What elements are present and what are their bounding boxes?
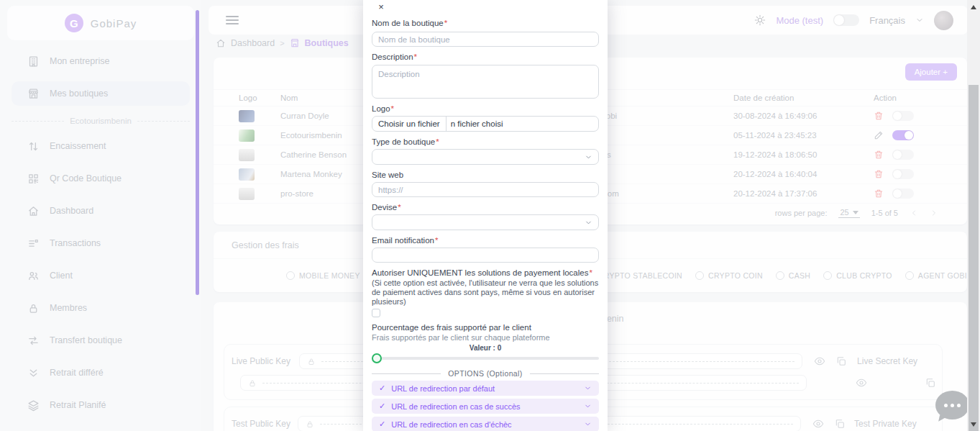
slider-track[interactable] (372, 357, 599, 360)
name-input[interactable] (372, 32, 599, 47)
vertical-scrollbar[interactable] (967, 0, 980, 431)
chevron-down-icon (585, 153, 592, 161)
options-divider: OPTIONS (Optional) (372, 369, 599, 378)
site-field-label: Site web (372, 171, 599, 179)
chevron-down-icon (585, 219, 592, 227)
type-field-label: Type de boutique* (372, 137, 599, 146)
create-boutique-modal: × Nom de la boutique* Description* Logo*… (363, 0, 608, 431)
check-icon: ✓ (379, 419, 385, 429)
logo-file-input[interactable]: Choisir un fichier n fichier choisi (372, 116, 599, 132)
description-textarea[interactable] (372, 65, 599, 99)
chat-bubble-icon (935, 391, 969, 419)
required-asterisk: * (391, 104, 394, 113)
name-field-label: Nom de la boutique* (372, 19, 599, 27)
client-fees-hint: Frais supportés par le client sur chaque… (372, 333, 599, 342)
accordion-redirect-failure[interactable]: ✓ URL de redirection en cas d'échèc (372, 417, 599, 431)
devise-field-label: Devise* (372, 203, 599, 212)
required-asterisk: * (435, 236, 438, 245)
close-icon[interactable]: × (376, 2, 386, 12)
email-notification-input[interactable] (372, 248, 599, 263)
local-only-label: Autoriser UNIQUEMENT les solutions de pa… (372, 268, 599, 277)
choose-file-button[interactable]: Choisir un fichier (372, 117, 447, 131)
email-field-label: Email notification* (372, 236, 599, 245)
slider-handle[interactable] (372, 353, 382, 363)
chevron-down-icon (584, 384, 592, 392)
required-asterisk: * (436, 137, 439, 146)
local-only-checkbox[interactable] (372, 309, 380, 317)
scroll-down-arrow-icon[interactable] (971, 422, 976, 427)
site-input[interactable] (372, 182, 599, 197)
slider-value-label: Valeur : 0 (372, 344, 599, 352)
file-chosen-status: n fichier choisi (447, 119, 503, 128)
required-asterisk: * (398, 203, 400, 212)
required-asterisk: * (444, 19, 447, 27)
required-asterisk: * (589, 268, 592, 277)
scroll-up-arrow-icon[interactable] (971, 5, 976, 9)
chevron-down-icon (584, 420, 592, 428)
scrollbar-thumb[interactable] (968, 85, 979, 431)
chat-widget-button[interactable] (935, 391, 969, 423)
client-fees-label: Pourcentage des frais supporté par le cl… (372, 323, 599, 332)
accordion-redirect-default[interactable]: ✓ URL de redirection par défaut (372, 381, 599, 396)
logo-field-label: Logo* (372, 104, 599, 113)
local-only-hint: (Si cette option est activée, l'utilisat… (372, 278, 599, 307)
description-field-label: Description* (372, 53, 599, 61)
sidebar-scrollbar[interactable] (196, 10, 199, 295)
check-icon: ✓ (379, 384, 385, 393)
check-icon: ✓ (379, 401, 385, 411)
chevron-down-icon (584, 402, 592, 410)
required-asterisk: * (414, 53, 417, 61)
accordion-redirect-success[interactable]: ✓ URL de redirection en cas de succès (372, 399, 599, 414)
type-select[interactable] (372, 149, 599, 165)
fees-slider[interactable] (372, 353, 599, 363)
devise-select[interactable] (372, 214, 599, 230)
